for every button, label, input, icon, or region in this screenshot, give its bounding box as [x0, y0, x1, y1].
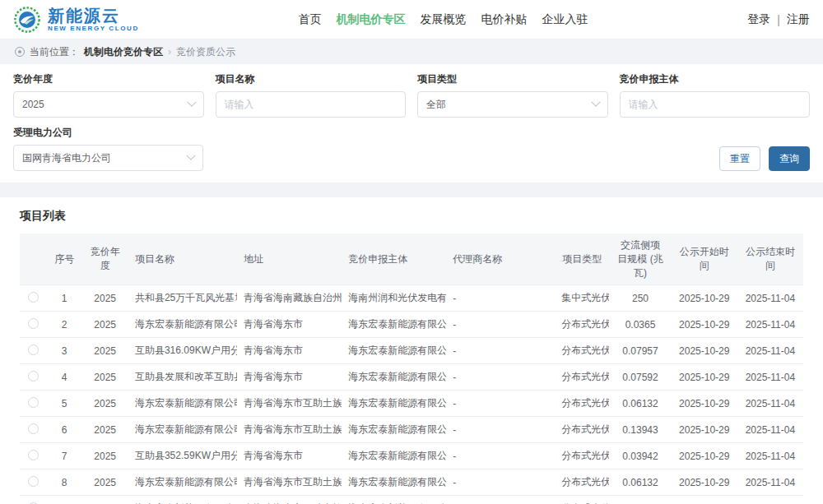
cell-year: 2025	[81, 338, 128, 364]
column-header: 项目类型	[555, 234, 609, 285]
cell-project-name: 海东宏泰新能源有限公司庭院...	[128, 312, 237, 338]
cell-project-name: 海东宏泰新能源有限公司项目1	[128, 391, 237, 417]
chevron-down-icon	[186, 151, 195, 160]
cell-year: 2025	[81, 391, 128, 417]
cell-year: 2025	[81, 496, 128, 504]
column-header: 地址	[237, 234, 342, 285]
cell-agent: -	[446, 285, 555, 312]
cell-address: 青海省海东市互助土族自治县	[237, 496, 342, 504]
project-list-panel: 项目列表 序号竞价年度项目名称地址竞价申报主体代理商名称项目类型交流侧项目规模 …	[0, 197, 823, 504]
row-radio[interactable]	[28, 292, 39, 303]
nav-item[interactable]: 发展概览	[421, 12, 467, 27]
cell-scale: 0.07592	[609, 364, 671, 391]
cell-seq: 6	[47, 417, 81, 443]
cell-start-time: 2025-10-29	[672, 469, 737, 496]
cell-seq: 3	[47, 338, 81, 364]
brand-title: 新能源云	[48, 7, 139, 25]
cell-end-time: 2025-11-04	[737, 391, 803, 417]
breadcrumb-current: 竞价资质公示	[176, 45, 235, 59]
project-type-select[interactable]: 全部	[417, 91, 608, 118]
cell-agent: -	[446, 469, 555, 496]
power-company-select[interactable]: 国网青海省电力公司	[13, 145, 203, 171]
register-link[interactable]: 注册	[787, 12, 810, 27]
top-header: 新能源云 NEW ENERGY CLOUD 首页机制电价专区发展概览电价补贴企业…	[0, 0, 823, 39]
cell-address: 青海省海南藏族自治州共和县	[237, 285, 342, 312]
row-radio[interactable]	[28, 344, 39, 355]
cell-bid-subject: 海东宏泰新能源有限公司	[342, 496, 446, 504]
new-energy-cloud-logo-icon	[13, 6, 41, 34]
cell-start-time: 2025-10-29	[672, 443, 737, 469]
table-row: 42025互助县发展和改革互助县157...青海省海东市海东宏泰新能源有限公司-…	[20, 364, 803, 391]
project-name-input[interactable]	[225, 99, 398, 110]
auth-links: 登录 | 注册	[747, 12, 810, 27]
cell-seq: 5	[47, 391, 81, 417]
cell-end-time: 2025-11-04	[737, 496, 803, 504]
table-row: 32025互助县316.09KW户用分布式...青海省海东市海东宏泰新能源有限公…	[20, 338, 803, 364]
table-row: 92025海东宏泰新能源有限公司项目1青海省海东市互助土族自治县海东宏泰新能源有…	[20, 496, 803, 504]
filter-project-type: 项目类型 全部	[417, 72, 608, 118]
row-radio[interactable]	[28, 318, 39, 329]
breadcrumb-separator-icon: ›	[168, 46, 171, 58]
cell-seq: 4	[47, 364, 81, 391]
search-button[interactable]: 查询	[769, 146, 810, 171]
row-radio[interactable]	[28, 371, 39, 381]
cell-start-time: 2025-10-29	[672, 285, 737, 312]
auth-divider: |	[777, 13, 780, 26]
row-radio[interactable]	[28, 450, 39, 460]
row-radio[interactable]	[28, 476, 39, 487]
cell-agent: -	[446, 391, 555, 417]
cell-scale: 0.0803	[609, 496, 671, 504]
row-radio[interactable]	[28, 423, 39, 434]
login-link[interactable]: 登录	[747, 12, 770, 27]
bid-subject-input[interactable]	[629, 99, 802, 110]
cell-address: 青海省海东市	[237, 338, 342, 364]
breadcrumb-root[interactable]: 机制电价竞价专区	[84, 45, 163, 59]
filter-power-company-label: 受理电力公司	[13, 126, 203, 140]
nav-item[interactable]: 首页	[299, 12, 322, 27]
project-type-select-value: 全部	[426, 98, 446, 112]
column-header: 竞价年度	[81, 234, 128, 285]
nav-item[interactable]: 电价补贴	[481, 12, 528, 27]
filter-bid-subject-label: 竞价申报主体	[620, 72, 811, 86]
filter-project-type-label: 项目类型	[417, 72, 608, 86]
table-row: 22025海东宏泰新能源有限公司庭院...青海省海东市海东宏泰新能源有限公司-分…	[20, 312, 803, 338]
cell-agent: -	[446, 312, 555, 338]
row-radio[interactable]	[28, 397, 39, 408]
cell-end-time: 2025-11-04	[737, 417, 803, 443]
table-body: 12025共和县25万千瓦风光基地源网...青海省海南藏族自治州共和县海南州润和…	[20, 285, 803, 504]
reset-button[interactable]: 重置	[719, 146, 760, 171]
project-table: 序号竞价年度项目名称地址竞价申报主体代理商名称项目类型交流侧项目规模 (兆瓦)公…	[20, 234, 803, 504]
cell-year: 2025	[81, 312, 128, 338]
cell-agent: -	[446, 338, 555, 364]
brand-logo[interactable]: 新能源云 NEW ENERGY CLOUD	[13, 6, 139, 34]
cell-end-time: 2025-11-04	[737, 312, 803, 338]
year-select[interactable]: 2025	[13, 91, 204, 118]
cell-bid-subject: 海南州润和光伏发电有限公司	[342, 285, 446, 312]
cell-bid-subject: 海东宏泰新能源有限公司	[342, 469, 446, 496]
cell-scale: 0.03942	[609, 443, 671, 469]
cell-start-time: 2025-10-29	[672, 312, 737, 338]
cell-start-time: 2025-10-29	[672, 391, 737, 417]
filter-bid-subject: 竞价申报主体	[620, 72, 811, 118]
cell-address: 青海省海东市	[237, 364, 342, 391]
filter-project-name: 项目名称	[216, 72, 407, 118]
cell-scale: 0.06132	[609, 469, 671, 496]
cell-bid-subject: 海东宏泰新能源有限公司	[342, 391, 446, 417]
cell-bid-subject: 海东宏泰新能源有限公司	[342, 364, 446, 391]
location-target-icon	[15, 47, 25, 57]
cell-address: 青海省海东市互助土族自治县	[237, 391, 342, 417]
cell-project-type: 分布式光伏	[555, 443, 609, 469]
brand-subtitle: NEW ENERGY CLOUD	[48, 25, 139, 32]
filter-power-company: 受理电力公司 国网青海省电力公司	[13, 126, 203, 171]
cell-start-time: 2025-10-29	[672, 417, 737, 443]
nav-item[interactable]: 企业入驻	[542, 12, 588, 27]
column-header: 项目名称	[128, 234, 237, 285]
cell-project-type: 分布式光伏	[555, 364, 609, 391]
nav-item[interactable]: 机制电价专区	[337, 12, 406, 27]
cell-scale: 0.13943	[609, 417, 671, 443]
cell-project-name: 海东宏泰新能源有限公司项目1	[128, 496, 237, 504]
table-row: 82025海东宏泰新能源有限公司项目1青海省海东市互助土族自治县海东宏泰新能源有…	[20, 469, 803, 496]
cell-scale: 0.06132	[609, 391, 671, 417]
cell-scale: 0.07957	[609, 338, 671, 364]
column-header: 序号	[47, 234, 81, 285]
